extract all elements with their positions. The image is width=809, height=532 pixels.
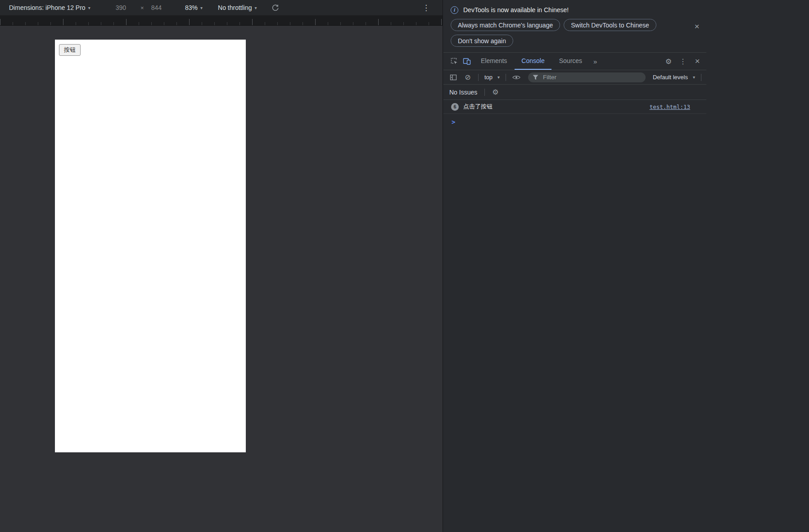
device-width-value: 390 [116, 4, 126, 11]
console-filter-input[interactable] [542, 73, 641, 81]
separator [506, 74, 506, 81]
device-selector[interactable]: Dimensions: iPhone 12 Pro ▾ [9, 4, 90, 11]
chevron-down-icon: ▾ [200, 5, 203, 10]
device-canvas: 按钮 [0, 26, 443, 532]
log-levels-value: Default levels [653, 74, 688, 81]
dont-show-again-button[interactable]: Don't show again [451, 35, 513, 47]
console-settings-gear-icon[interactable]: ⚙ [492, 88, 498, 96]
devtools-tabbar: Elements Console Sources » ⚙ ⋮ × [443, 53, 706, 70]
tab-elements[interactable]: Elements [474, 53, 514, 70]
device-viewport-page: 按钮 [55, 40, 246, 452]
infobar-message: DevTools is now available in Chinese! [463, 6, 569, 14]
close-devtools-icon[interactable]: × [691, 55, 704, 68]
chevron-down-icon: ▾ [497, 75, 500, 80]
zoom-value: 83% [185, 4, 198, 11]
zoom-selector[interactable]: 83% ▾ [185, 4, 203, 11]
console-source-link[interactable]: test.html:13 [650, 104, 690, 110]
device-selector-label: Dimensions: iPhone 12 Pro [9, 4, 86, 11]
device-toolbar-toggle-icon[interactable] [461, 55, 473, 68]
chevron-down-icon: ▾ [693, 75, 695, 80]
horizontal-ruler [0, 16, 443, 26]
clear-console-icon[interactable]: ⊘ [461, 71, 474, 84]
console-filter-field[interactable] [528, 72, 646, 82]
execution-context-selector[interactable]: top ▾ [483, 74, 502, 81]
device-height-value: 844 [151, 4, 162, 11]
funnel-filter-icon [533, 75, 538, 80]
console-sidebar-toggle-icon[interactable] [447, 71, 460, 84]
tab-sources[interactable]: Sources [552, 53, 589, 70]
issues-bar: No Issues ⚙ [443, 85, 706, 100]
separator [484, 89, 485, 96]
throttling-value: No throttling [218, 4, 252, 11]
rotate-device-icon[interactable] [271, 4, 279, 12]
close-icon[interactable]: × [692, 22, 702, 32]
issues-count-label[interactable]: No Issues [449, 89, 477, 96]
tab-console[interactable]: Console [515, 53, 551, 70]
devtools-language-infobar: i DevTools is now available in Chinese! … [443, 0, 706, 53]
devtools-panel: i DevTools is now available in Chinese! … [443, 0, 706, 532]
execution-context-value: top [484, 74, 493, 81]
console-messages: 6 点击了按钮 test.html:13 > [443, 100, 706, 126]
chevron-down-icon: ▾ [255, 5, 257, 10]
chevron-down-icon: ▾ [88, 5, 90, 10]
console-toolbar: ⊘ top ▾ Default levels ▾ [443, 70, 706, 85]
page-button[interactable]: 按钮 [59, 44, 81, 56]
repeat-count-badge: 6 [451, 103, 459, 111]
log-levels-selector[interactable]: Default levels ▾ [651, 74, 697, 81]
info-icon: i [451, 6, 458, 14]
separator [701, 74, 701, 81]
console-prompt-chevron-icon: > [452, 118, 455, 126]
device-toolbar: Dimensions: iPhone 12 Pro ▾ 390 × 844 83… [0, 0, 443, 16]
console-message-text: 点击了按钮 [463, 103, 645, 111]
console-prompt-row[interactable]: > [443, 114, 706, 126]
settings-gear-icon[interactable]: ⚙ [662, 55, 675, 68]
device-emulation-area: Dimensions: iPhone 12 Pro ▾ 390 × 844 83… [0, 0, 443, 532]
switch-to-chinese-button[interactable]: Switch DevTools to Chinese [564, 19, 656, 31]
separator [478, 74, 479, 81]
kebab-menu-icon[interactable]: ⋮ [422, 3, 430, 13]
live-expression-eye-icon[interactable] [510, 71, 523, 84]
match-chrome-language-button[interactable]: Always match Chrome's language [451, 19, 560, 31]
multiply-icon: × [140, 5, 144, 11]
throttling-selector[interactable]: No throttling ▾ [218, 4, 257, 11]
inspect-element-icon[interactable] [448, 55, 461, 68]
console-message-row: 6 点击了按钮 test.html:13 [443, 100, 706, 114]
more-tabs-icon[interactable]: » [589, 53, 601, 70]
kebab-menu-icon[interactable]: ⋮ [677, 55, 689, 68]
